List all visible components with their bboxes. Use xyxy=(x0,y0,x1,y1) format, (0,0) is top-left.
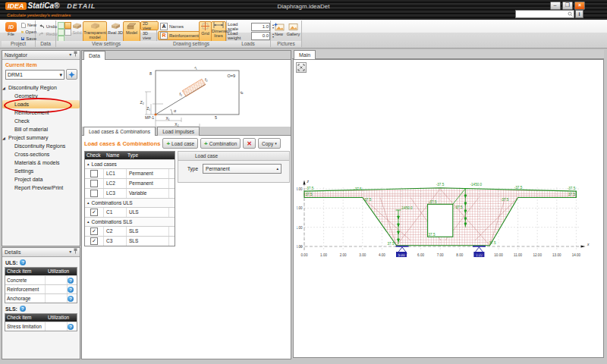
sketch-z1: Z₁ xyxy=(146,106,150,111)
solid-button[interactable]: Solid xyxy=(71,21,83,42)
checkbox[interactable] xyxy=(90,170,98,177)
close-button[interactable]: × xyxy=(574,2,585,10)
checkbox[interactable]: ✓ xyxy=(90,228,98,235)
reinforcement-toggle[interactable]: R Reinforcement xyxy=(158,31,202,40)
sketch-x2: X₂ xyxy=(175,122,178,127)
x-tick: 11.00 xyxy=(514,253,523,257)
navigator-collapse-icon[interactable]: ▾ xyxy=(69,52,71,57)
model-button[interactable]: Model xyxy=(123,21,140,42)
delete-button[interactable]: ✕ xyxy=(243,138,256,149)
uls-help-icon[interactable]: ? xyxy=(20,259,26,265)
tree-section-discontinuity-region[interactable]: ◢Discontinuity Region xyxy=(2,83,80,92)
load-scale-input[interactable]: 1.0 xyxy=(251,23,270,31)
tree-item-discontinuity-regions[interactable]: Discontinuity Regions xyxy=(2,142,80,150)
navigator-panel: Navigator ▾ Current item DRM1▾ ◢Disconti… xyxy=(2,50,80,246)
view-top-icon[interactable] xyxy=(58,29,64,36)
load-label: -37.5 xyxy=(501,198,509,202)
tree-item-project-data[interactable]: Project data xyxy=(2,175,80,184)
tab-load-cases-combinations[interactable]: Load cases & Combinations xyxy=(83,127,156,136)
uls-label: ULS: xyxy=(5,260,17,265)
load-scale-label: Load scale xyxy=(228,22,249,31)
reinforcement-icon: R xyxy=(160,32,168,39)
tree-item-check[interactable]: Check xyxy=(2,117,80,125)
table-row-lc1[interactable]: LC1Permanent xyxy=(85,168,175,178)
support-left xyxy=(396,246,409,254)
tree-item-cross-sections[interactable]: Cross-sections xyxy=(2,150,80,158)
current-item-dropdown[interactable]: DRM1▾ xyxy=(5,70,64,80)
navigate-button[interactable] xyxy=(66,69,77,80)
main-canvas[interactable]: z x 0.00 1.00 2.00 3.00 0.00 1.00 2.00 3… xyxy=(293,59,604,358)
load-label: 37.5 xyxy=(568,193,575,196)
add-combination-button[interactable]: +Combination xyxy=(200,138,241,149)
maximize-button[interactable]: ❒ xyxy=(562,2,573,10)
names-toggle[interactable]: A Names xyxy=(158,22,202,31)
grid-toggle[interactable]: Grid xyxy=(199,21,212,42)
transparent-model-button[interactable]: Transparent model xyxy=(83,21,107,42)
tab-main[interactable]: Main xyxy=(294,50,316,59)
tree-item-settings[interactable]: Settings xyxy=(2,167,80,175)
table-row-c3[interactable]: ✓ C3SLS xyxy=(85,236,175,246)
picture-gallery-button[interactable]: Gallery xyxy=(285,22,301,42)
picture-new-button[interactable]: New xyxy=(272,22,286,42)
ribbon-group-view: Solid Transparent model Real 3D Model 2D… xyxy=(56,20,157,47)
table-row-lc2[interactable]: LC2Permanent xyxy=(85,178,175,188)
real-3d-button[interactable]: Real 3D xyxy=(107,21,124,42)
main-tabstrip: Main xyxy=(292,50,604,59)
delete-x-icon: ✕ xyxy=(247,140,252,147)
tree-item-report-preview-print[interactable]: Report Preview/Print xyxy=(2,184,80,192)
type-dropdown[interactable]: Permanent▴ xyxy=(203,164,281,174)
navigator-pin-icon[interactable] xyxy=(73,51,78,57)
checkbox[interactable]: ✓ xyxy=(90,237,98,245)
tree-item-reinforcement[interactable]: Reinforcement xyxy=(2,108,80,117)
group-combinations-sls[interactable]: ▴Combinations SLS xyxy=(85,217,175,226)
uls-col-utilization: Utilization xyxy=(46,268,77,275)
x-tick: 10.00 xyxy=(494,253,503,257)
minimize-button[interactable]: – xyxy=(550,2,561,10)
x-tick: 4.00 xyxy=(379,253,385,257)
chevron-down-icon: ▾ xyxy=(275,141,277,146)
details-pin-icon[interactable] xyxy=(73,248,78,254)
stress-help-icon[interactable]: ? xyxy=(68,324,74,330)
checkbox[interactable]: ✓ xyxy=(90,209,98,216)
checkbox[interactable] xyxy=(90,180,98,187)
dimension-lines-toggle[interactable]: Dimension lines xyxy=(211,21,226,42)
load-weight-label: Load weight xyxy=(228,31,249,40)
load-weight-input[interactable]: 0.0 xyxy=(251,32,270,40)
z-axis-label: z xyxy=(307,179,310,184)
tree-item-loads[interactable]: Loads xyxy=(2,100,80,108)
tab-data[interactable]: Data xyxy=(83,51,105,60)
concrete-help-icon[interactable]: ? xyxy=(68,278,74,284)
view-axo-icon[interactable] xyxy=(58,22,64,29)
tree-item-geometry[interactable]: Geometry xyxy=(2,92,80,100)
table-row-c2[interactable]: ✓ C2SLS xyxy=(85,226,175,236)
group-label-view: View settings xyxy=(56,41,156,47)
tab-load-impulses[interactable]: Load impulses xyxy=(157,127,200,136)
sls-help-icon[interactable]: ? xyxy=(20,306,26,312)
col-check: Check xyxy=(85,152,105,159)
checkbox[interactable] xyxy=(90,190,98,197)
copy-button[interactable]: Copy▾ xyxy=(258,138,281,149)
zoom-fit-button[interactable] xyxy=(296,62,307,73)
sketch-edge-right: 6 xyxy=(239,90,244,95)
group-load-cases[interactable]: ▴Load cases xyxy=(85,159,175,168)
file-button[interactable]: ID File xyxy=(3,21,19,41)
uls-row-anchorage: Anchorage? xyxy=(5,293,77,303)
group-label-loads: Loads xyxy=(226,41,270,47)
group-combinations-uls[interactable]: ▴Combinations ULS xyxy=(85,198,175,207)
group-label-pictures: Pictures xyxy=(271,41,301,47)
search-input[interactable] xyxy=(515,10,574,18)
tree-item-materials-models[interactable]: Materials & models xyxy=(2,158,80,167)
tree-item-bill-of-material[interactable]: Bill of material xyxy=(2,125,80,133)
sls-label: SLS: xyxy=(5,306,17,312)
reinforcement-help-icon[interactable]: ? xyxy=(68,287,74,293)
solid-box-icon xyxy=(72,22,82,30)
table-row-lc3[interactable]: LC3Variable xyxy=(85,188,175,198)
tree-section-project-summary[interactable]: ◢Project summary xyxy=(2,133,80,142)
details-collapse-icon[interactable]: ▾ xyxy=(69,249,71,254)
anchorage-help-icon[interactable]: ? xyxy=(68,296,74,302)
info-button[interactable]: i xyxy=(575,10,583,18)
x-tick: 12.00 xyxy=(533,253,542,257)
table-row-c1[interactable]: ✓ C1ULS xyxy=(85,207,175,217)
current-item-label: Current item xyxy=(5,62,80,67)
add-load-case-button[interactable]: +Load case xyxy=(162,138,198,149)
